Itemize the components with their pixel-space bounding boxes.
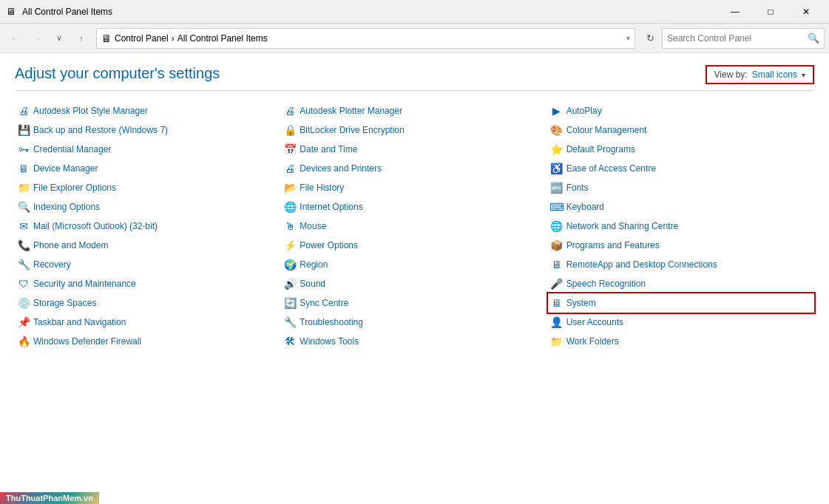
list-item[interactable]: 👤User Accounts <box>548 313 814 332</box>
breadcrumb-1[interactable]: Control Panel <box>115 33 169 44</box>
item-icon: ⌨ <box>551 201 563 213</box>
refresh-button[interactable]: ↻ <box>640 28 660 49</box>
list-item[interactable]: 🖱Mouse <box>281 217 547 236</box>
item-label: AutoPlay <box>566 106 602 116</box>
item-label: Internet Options <box>300 202 362 212</box>
item-label: RemoteApp and Desktop Connections <box>566 259 717 270</box>
item-label: System <box>566 298 596 308</box>
list-item[interactable]: ⭐Default Programs <box>548 140 814 159</box>
list-item[interactable]: 🌐Internet Options <box>281 197 547 217</box>
item-icon: 🔍 <box>18 201 30 213</box>
list-item[interactable]: 🔧Recovery <box>15 255 281 274</box>
close-button[interactable]: ✕ <box>789 0 823 24</box>
list-item[interactable]: 🔧Troubleshooting <box>281 313 547 332</box>
item-label: Security and Maintenance <box>33 279 136 289</box>
recent-locations-button[interactable]: ∨ <box>49 28 70 49</box>
view-by-arrow-icon[interactable]: ▾ <box>802 71 805 79</box>
list-item[interactable]: 🛠Windows Tools <box>281 332 547 351</box>
item-label: Credential Manager <box>33 144 111 154</box>
item-label: Phone and Modem <box>33 240 108 251</box>
item-icon: 🖱 <box>284 220 296 232</box>
title-bar-controls: — □ ✕ <box>718 0 823 24</box>
list-item[interactable]: 🔊Sound <box>281 274 547 293</box>
address-bar: 🖥 Control Panel › All Control Panel Item… <box>96 28 635 49</box>
list-item[interactable]: 🔥Windows Defender Firewall <box>15 332 281 351</box>
list-item[interactable]: ▶AutoPlay <box>548 101 814 120</box>
item-icon: ▶ <box>551 105 563 117</box>
list-item[interactable]: 🖥RemoteApp and Desktop Connections <box>548 255 814 274</box>
view-by-value[interactable]: Small icons <box>752 69 797 80</box>
item-icon: 🖥 <box>551 259 563 270</box>
list-item[interactable]: 🎤Speech Recognition <box>548 274 814 293</box>
item-icon: 🖥 <box>551 297 563 309</box>
item-icon: 📞 <box>18 239 30 251</box>
address-chevron[interactable]: ▾ <box>626 34 630 42</box>
back-button[interactable]: ← <box>4 28 25 49</box>
list-item[interactable]: 💾Back up and Restore (Windows 7) <box>15 120 281 140</box>
list-item[interactable]: 🖨Devices and Printers <box>281 159 547 178</box>
list-item[interactable]: 🖥Device Manager <box>15 159 281 178</box>
list-item[interactable]: 🛡Security and Maintenance <box>15 274 281 293</box>
list-item[interactable]: 📁File Explorer Options <box>15 178 281 197</box>
item-icon: 📦 <box>551 239 563 251</box>
item-label: Power Options <box>300 240 358 251</box>
item-icon: 🖨 <box>18 105 30 117</box>
item-icon: 🌐 <box>284 201 296 213</box>
item-label: Network and Sharing Centre <box>566 221 678 231</box>
list-item[interactable]: 📌Taskbar and Navigation <box>15 313 281 332</box>
watermark: ThuThuatPhanMem.vn <box>0 492 99 504</box>
list-item[interactable]: 🌐Network and Sharing Centre <box>548 217 814 236</box>
item-label: Mouse <box>300 221 326 231</box>
list-item[interactable]: 📦Programs and Features <box>548 236 814 255</box>
item-icon: 🔧 <box>284 316 296 328</box>
item-icon: 🎨 <box>551 124 563 136</box>
minimize-button[interactable]: — <box>718 0 752 24</box>
item-icon: 🛡 <box>18 278 30 290</box>
search-icon: 🔍 <box>808 33 819 44</box>
list-item[interactable]: 🔄Sync Centre <box>281 293 547 313</box>
list-item[interactable]: 💿Storage Spaces <box>15 293 281 313</box>
list-item[interactable]: 📞Phone and Modem <box>15 236 281 255</box>
list-item[interactable]: 🖨Autodesk Plot Style Manager <box>15 101 281 120</box>
item-icon: 📁 <box>551 336 563 347</box>
search-bar: 🔍 <box>662 28 825 49</box>
item-icon: 🌍 <box>284 259 296 270</box>
list-item[interactable]: 🗝Credential Manager <box>15 140 281 159</box>
item-label: Autodesk Plot Style Manager <box>33 106 148 116</box>
list-item[interactable]: 🔒BitLocker Drive Encryption <box>281 120 547 140</box>
item-label: Windows Tools <box>300 336 359 347</box>
item-icon: 🖥 <box>18 163 30 174</box>
breadcrumb-2[interactable]: All Control Panel Items <box>177 33 268 44</box>
list-item[interactable]: ♿Ease of Access Centre <box>548 159 814 178</box>
item-label: Sound <box>300 279 325 289</box>
header-row: Adjust your computer's settings View by:… <box>15 65 814 84</box>
address-text: Control Panel › All Control Panel Items <box>115 33 623 44</box>
item-label: Storage Spaces <box>33 298 96 308</box>
list-item[interactable]: 🌍Region <box>281 255 547 274</box>
item-icon: 🌐 <box>551 220 563 232</box>
item-icon: 🛠 <box>284 336 296 347</box>
forward-button[interactable]: → <box>27 28 47 49</box>
item-label: Work Folders <box>566 336 619 347</box>
list-item[interactable]: 🔍Indexing Options <box>15 197 281 217</box>
list-item[interactable]: 🔤Fonts <box>548 178 814 197</box>
maximize-button[interactable]: □ <box>754 0 788 24</box>
list-item[interactable]: 📅Date and Time <box>281 140 547 159</box>
list-item[interactable]: 📁Work Folders <box>548 332 814 351</box>
item-icon: 📁 <box>18 182 30 194</box>
list-item[interactable]: 🖥System <box>548 293 814 313</box>
list-item[interactable]: ⌨Keyboard <box>548 197 814 217</box>
item-icon: 🔥 <box>18 336 30 347</box>
list-item[interactable]: 🖨Autodesk Plotter Manager <box>281 101 547 120</box>
item-label: Default Programs <box>566 144 635 154</box>
title-bar-icon: 🖥 <box>6 6 18 18</box>
list-item[interactable]: 🎨Colour Management <box>548 120 814 140</box>
search-input[interactable] <box>667 33 808 44</box>
item-icon: 🖨 <box>284 105 296 117</box>
list-item[interactable]: 📂File History <box>281 178 547 197</box>
up-button[interactable]: ↑ <box>71 28 92 49</box>
list-item[interactable]: ⚡Power Options <box>281 236 547 255</box>
item-icon: 🔄 <box>284 297 296 309</box>
list-item[interactable]: ✉Mail (Microsoft Outlook) (32-bit) <box>15 217 281 236</box>
item-icon: 📂 <box>284 182 296 194</box>
